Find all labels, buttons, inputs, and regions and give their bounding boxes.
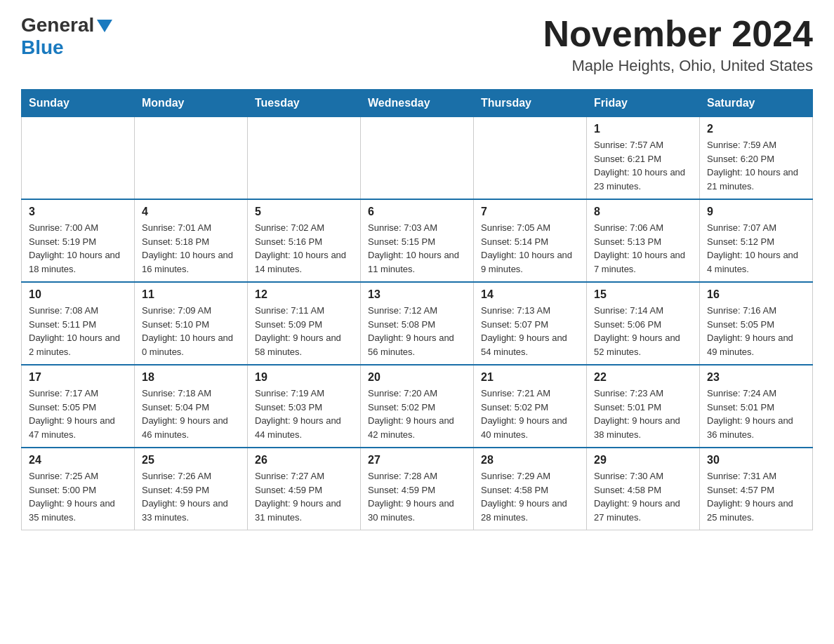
- calendar-cell: [474, 117, 587, 200]
- day-number: 23: [707, 371, 805, 384]
- day-info: Sunrise: 7:03 AMSunset: 5:15 PMDaylight:…: [368, 221, 466, 276]
- svg-marker-0: [97, 20, 112, 32]
- day-number: 4: [142, 206, 240, 218]
- calendar-cell: 19Sunrise: 7:19 AMSunset: 5:03 PMDayligh…: [248, 365, 361, 448]
- calendar-cell: [22, 117, 135, 200]
- day-info: Sunrise: 7:09 AMSunset: 5:10 PMDaylight:…: [142, 304, 240, 358]
- day-info: Sunrise: 7:21 AMSunset: 5:02 PMDaylight:…: [481, 387, 579, 441]
- weekday-header-saturday: Saturday: [700, 90, 813, 117]
- day-info: Sunrise: 7:19 AMSunset: 5:03 PMDaylight:…: [255, 387, 353, 441]
- day-number: 11: [142, 288, 240, 301]
- logo-general: General: [21, 14, 94, 36]
- day-number: 20: [368, 371, 466, 384]
- day-number: 27: [368, 454, 466, 467]
- calendar-cell: 2Sunrise: 7:59 AMSunset: 6:20 PMDaylight…: [700, 117, 813, 200]
- calendar-cell: 30Sunrise: 7:31 AMSunset: 4:57 PMDayligh…: [700, 448, 813, 530]
- day-number: 17: [29, 371, 127, 384]
- day-number: 10: [29, 288, 127, 301]
- calendar-cell: 23Sunrise: 7:24 AMSunset: 5:01 PMDayligh…: [700, 365, 813, 448]
- day-number: 6: [368, 206, 466, 218]
- calendar-cell: 16Sunrise: 7:16 AMSunset: 5:05 PMDayligh…: [700, 282, 813, 365]
- day-info: Sunrise: 7:23 AMSunset: 5:01 PMDaylight:…: [594, 387, 692, 441]
- calendar-cell: 27Sunrise: 7:28 AMSunset: 4:59 PMDayligh…: [361, 448, 474, 530]
- calendar-cell: 13Sunrise: 7:12 AMSunset: 5:08 PMDayligh…: [361, 282, 474, 365]
- weekday-header-sunday: Sunday: [22, 90, 135, 117]
- day-number: 26: [255, 454, 353, 467]
- weekday-header-monday: Monday: [135, 90, 248, 117]
- day-number: 30: [707, 454, 805, 467]
- calendar-cell: 6Sunrise: 7:03 AMSunset: 5:15 PMDaylight…: [361, 199, 474, 282]
- logo-triangle-icon: [97, 20, 112, 32]
- day-number: 12: [255, 288, 353, 301]
- weekday-header-tuesday: Tuesday: [248, 90, 361, 117]
- day-info: Sunrise: 7:07 AMSunset: 5:12 PMDaylight:…: [707, 221, 805, 276]
- day-info: Sunrise: 7:27 AMSunset: 4:59 PMDaylight:…: [255, 469, 353, 524]
- day-number: 15: [594, 288, 692, 301]
- day-number: 7: [481, 206, 579, 218]
- calendar-cell: 12Sunrise: 7:11 AMSunset: 5:09 PMDayligh…: [248, 282, 361, 365]
- day-info: Sunrise: 7:18 AMSunset: 5:04 PMDaylight:…: [142, 387, 240, 441]
- calendar-week-row: 10Sunrise: 7:08 AMSunset: 5:11 PMDayligh…: [22, 282, 813, 365]
- calendar-cell: 15Sunrise: 7:14 AMSunset: 5:06 PMDayligh…: [587, 282, 700, 365]
- day-number: 2: [707, 123, 805, 135]
- weekday-header-wednesday: Wednesday: [361, 90, 474, 117]
- weekday-header-friday: Friday: [587, 90, 700, 117]
- calendar-cell: 10Sunrise: 7:08 AMSunset: 5:11 PMDayligh…: [22, 282, 135, 365]
- day-number: 16: [707, 288, 805, 301]
- day-info: Sunrise: 7:28 AMSunset: 4:59 PMDaylight:…: [368, 469, 466, 524]
- day-info: Sunrise: 7:05 AMSunset: 5:14 PMDaylight:…: [481, 221, 579, 276]
- day-number: 21: [481, 371, 579, 384]
- calendar-week-row: 24Sunrise: 7:25 AMSunset: 5:00 PMDayligh…: [22, 448, 813, 530]
- calendar-cell: 8Sunrise: 7:06 AMSunset: 5:13 PMDaylight…: [587, 199, 700, 282]
- day-number: 5: [255, 206, 353, 218]
- calendar-cell: 29Sunrise: 7:30 AMSunset: 4:58 PMDayligh…: [587, 448, 700, 530]
- day-info: Sunrise: 7:12 AMSunset: 5:08 PMDaylight:…: [368, 304, 466, 358]
- day-info: Sunrise: 7:20 AMSunset: 5:02 PMDaylight:…: [368, 387, 466, 441]
- calendar-cell: [361, 117, 474, 200]
- calendar-week-row: 3Sunrise: 7:00 AMSunset: 5:19 PMDaylight…: [22, 199, 813, 282]
- day-info: Sunrise: 7:16 AMSunset: 5:05 PMDaylight:…: [707, 304, 805, 358]
- calendar-cell: 22Sunrise: 7:23 AMSunset: 5:01 PMDayligh…: [587, 365, 700, 448]
- day-info: Sunrise: 7:57 AMSunset: 6:21 PMDaylight:…: [594, 138, 692, 193]
- calendar-cell: 18Sunrise: 7:18 AMSunset: 5:04 PMDayligh…: [135, 365, 248, 448]
- calendar-cell: 3Sunrise: 7:00 AMSunset: 5:19 PMDaylight…: [22, 199, 135, 282]
- calendar-cell: 11Sunrise: 7:09 AMSunset: 5:10 PMDayligh…: [135, 282, 248, 365]
- day-number: 22: [594, 371, 692, 384]
- day-info: Sunrise: 7:26 AMSunset: 4:59 PMDaylight:…: [142, 469, 240, 524]
- day-info: Sunrise: 7:14 AMSunset: 5:06 PMDaylight:…: [594, 304, 692, 358]
- calendar-cell: [135, 117, 248, 200]
- day-info: Sunrise: 7:13 AMSunset: 5:07 PMDaylight:…: [481, 304, 579, 358]
- calendar-cell: 26Sunrise: 7:27 AMSunset: 4:59 PMDayligh…: [248, 448, 361, 530]
- logo-blue: Blue: [21, 36, 64, 58]
- day-number: 8: [594, 206, 692, 218]
- day-info: Sunrise: 7:29 AMSunset: 4:58 PMDaylight:…: [481, 469, 579, 524]
- page-header: General Blue November 2024 Maple Heights…: [21, 14, 813, 75]
- calendar-cell: 4Sunrise: 7:01 AMSunset: 5:18 PMDaylight…: [135, 199, 248, 282]
- day-number: 29: [594, 454, 692, 467]
- month-title: November 2024: [543, 14, 813, 54]
- day-number: 14: [481, 288, 579, 301]
- day-number: 25: [142, 454, 240, 467]
- location-text: Maple Heights, Ohio, United States: [543, 57, 813, 75]
- day-info: Sunrise: 7:25 AMSunset: 5:00 PMDaylight:…: [29, 469, 127, 524]
- day-number: 28: [481, 454, 579, 467]
- calendar-cell: 25Sunrise: 7:26 AMSunset: 4:59 PMDayligh…: [135, 448, 248, 530]
- day-number: 3: [29, 206, 127, 218]
- calendar-week-row: 17Sunrise: 7:17 AMSunset: 5:05 PMDayligh…: [22, 365, 813, 448]
- calendar-cell: 21Sunrise: 7:21 AMSunset: 5:02 PMDayligh…: [474, 365, 587, 448]
- calendar-cell: 7Sunrise: 7:05 AMSunset: 5:14 PMDaylight…: [474, 199, 587, 282]
- calendar-cell: 9Sunrise: 7:07 AMSunset: 5:12 PMDaylight…: [700, 199, 813, 282]
- day-info: Sunrise: 7:31 AMSunset: 4:57 PMDaylight:…: [707, 469, 805, 524]
- calendar-week-row: 1Sunrise: 7:57 AMSunset: 6:21 PMDaylight…: [22, 117, 813, 200]
- calendar-cell: 5Sunrise: 7:02 AMSunset: 5:16 PMDaylight…: [248, 199, 361, 282]
- calendar-cell: 14Sunrise: 7:13 AMSunset: 5:07 PMDayligh…: [474, 282, 587, 365]
- day-number: 18: [142, 371, 240, 384]
- title-section: November 2024 Maple Heights, Ohio, Unite…: [543, 14, 813, 75]
- day-info: Sunrise: 7:59 AMSunset: 6:20 PMDaylight:…: [707, 138, 805, 193]
- day-number: 1: [594, 123, 692, 135]
- day-number: 13: [368, 288, 466, 301]
- day-info: Sunrise: 7:06 AMSunset: 5:13 PMDaylight:…: [594, 221, 692, 276]
- day-number: 19: [255, 371, 353, 384]
- calendar-cell: 24Sunrise: 7:25 AMSunset: 5:00 PMDayligh…: [22, 448, 135, 530]
- day-info: Sunrise: 7:08 AMSunset: 5:11 PMDaylight:…: [29, 304, 127, 358]
